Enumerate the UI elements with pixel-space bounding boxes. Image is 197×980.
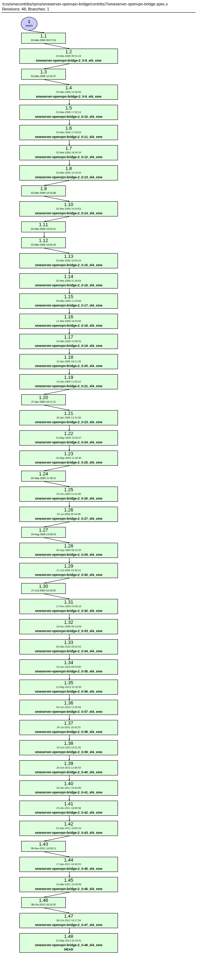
revision-tag: smeserver-openvpn-bridge-2_0-16_el4_sme xyxy=(21,283,117,287)
revision-tag: smeserver-openvpn-bridge-2_0-20_el4_sme xyxy=(21,364,117,368)
revision-node: 1.4822-May-2013 16:34:01smeserver-openvp… xyxy=(19,933,118,953)
svg-line-2 xyxy=(44,44,69,49)
revision-node: 1.2921-Oct-2009 19:26:41smeserver-openvp… xyxy=(19,563,118,578)
revision-number: 1.9 xyxy=(23,186,65,191)
revision-number: 1.7 xyxy=(21,146,117,151)
revision-date: 22-Jul-2009 09:44:08 xyxy=(21,512,117,517)
revision-tag: smeserver-openvpn-bridge-2_0-48_el4_sme xyxy=(21,943,117,947)
revision-date: 26-Oct-2010 12:06:59 xyxy=(21,766,117,770)
revision-date: 03-Mar-2009 09:51:24 xyxy=(21,54,117,58)
revision-tag: smeserver-openvpn-bridge-2_0-13_el4_sme xyxy=(21,175,117,179)
revision-node: 1.2525-Jun-2009 12:41:08smeserver-openvp… xyxy=(19,487,118,502)
revision-number: 1.22 xyxy=(21,431,117,436)
svg-line-18 xyxy=(44,196,69,201)
revision-tag: smeserver-openvpn-bridge-2_0-11_el4_sme xyxy=(21,135,117,139)
revision-date: 28-Apr-2009 12:41:08 xyxy=(21,416,117,420)
revision-node: 1.903-Mar-2009 19:34:08 xyxy=(21,186,66,196)
svg-line-60 xyxy=(44,594,69,599)
branch-main: 1 MAIN xyxy=(21,17,37,30)
revision-node: 1.2426-May-2009 11:48:21 xyxy=(21,471,66,482)
revision-number: 1.17 xyxy=(21,335,117,339)
revision-number: 1.16 xyxy=(21,315,117,319)
revision-node: 1.1611-Mar-2009 18:25:05smeserver-openvp… xyxy=(19,314,118,329)
revision-tag: smeserver-openvpn-bridge-2_0-34_el4_sme xyxy=(21,649,117,653)
revision-date: 03-Mar-2009 17:39:04 xyxy=(21,130,117,135)
revision-node: 1.2829-Sep-2009 08:16:35smeserver-openvp… xyxy=(19,543,118,558)
revision-node: 1.503-Mar-2009 17:02:16smeserver-openvpn… xyxy=(19,105,118,120)
revision-node: 1.2326-May-2009 11:45:06smeserver-openvp… xyxy=(19,450,118,466)
revision-node: 1.1914-Apr-2009 11:03:42smeserver-openvp… xyxy=(19,374,118,389)
revision-date: 08-Oct-2012 18:17:54 xyxy=(21,918,117,923)
revision-date: 27-Oct-2009 18:43:52 xyxy=(23,589,65,593)
revision-tag: smeserver-openvpn-bridge-2_0-15_el4_sme xyxy=(21,263,117,267)
revision-tag: smeserver-openvpn-bridge-2_0-24_el4_sme xyxy=(21,440,117,444)
revision-date: 16-Mar-2009 14:58:53 xyxy=(21,339,117,344)
revision-node: 1.2027-Apr-2009 18:11:21 xyxy=(21,395,66,405)
revision-number: 1.38 xyxy=(21,741,117,746)
revision-number: 1.4 xyxy=(21,86,117,90)
revision-node: 1.603-Mar-2009 17:39:04smeserver-openvpn… xyxy=(19,125,118,140)
revision-node: 1.4427-Apr-2011 18:40:33smeserver-openvp… xyxy=(19,857,118,872)
revision-date: 12-Apr-2009 18:11:35 xyxy=(21,360,117,364)
svg-line-40 xyxy=(44,405,69,410)
revision-date: 25-Jan-2011 18:06:38 xyxy=(21,806,117,810)
revision-tag: smeserver-openvpn-bridge-2_0-32_el4_sme xyxy=(21,609,117,613)
revision-node: 1.4708-Oct-2012 18:17:54smeserver-openvp… xyxy=(19,913,118,928)
revision-node: 1.2128-Apr-2009 12:41:08smeserver-openvp… xyxy=(19,410,118,425)
revision-number: 1.36 xyxy=(21,701,117,705)
file-path: /cvs/smecontribs/rpms/smeserver-openvpn-… xyxy=(2,2,195,6)
svg-line-46 xyxy=(44,466,69,471)
revision-node: 1.4306-Nov-2011 16:28:11 xyxy=(21,841,66,852)
revision-date: 03-Mar-2009 17:02:16 xyxy=(21,110,117,115)
revision-node: 1.403-Mar-2009 12:36:59smeserver-openvpn… xyxy=(19,84,118,100)
revision-number: 1.11 xyxy=(23,223,65,227)
revision-node: 1.203-Mar-2009 09:51:24smeserver-openvpn… xyxy=(19,49,118,64)
stats-line: Revisions: 48, Branches: 1 xyxy=(2,6,195,11)
revision-number: 1.28 xyxy=(21,544,117,548)
revision-date: 12-May-2010 19:33:03 xyxy=(21,685,117,689)
revision-date: 24-May-2009 13:03:27 xyxy=(21,436,117,440)
revision-date: 25-Jun-2009 12:41:08 xyxy=(21,492,117,496)
revision-node: 1.2724-Aug-2009 19:58:23 xyxy=(21,527,66,538)
revision-number: 1.42 xyxy=(21,822,117,826)
revision-date: 03-Mar-2009 12:34:37 xyxy=(23,74,65,78)
revision-tag: smeserver-openvpn-bridge-2_0-43_el4_sme xyxy=(21,830,117,835)
revision-tag: smeserver-openvpn-bridge-2_0-30_el4_sme xyxy=(21,573,117,577)
revision-number: 1.3 xyxy=(23,70,65,74)
revision-tag: smeserver-openvpn-bridge-2_0-18_el4_sme xyxy=(21,323,117,328)
revision-node: 1.1403-Mar-2009 21:36:59smeserver-openvp… xyxy=(19,274,118,288)
branch-label: MAIN xyxy=(25,24,33,28)
revision-date: 02-Jun-2010 11:56:59 xyxy=(21,705,117,710)
revision-number: 1.33 xyxy=(21,640,117,645)
revision-node: 1.2622-Jul-2009 09:44:08smeserver-openvp… xyxy=(19,507,118,522)
revision-node: 1.103-Mar-2009 09:27:16 xyxy=(21,33,66,44)
revision-node: 1.3926-Oct-2010 12:06:59smeserver-openvp… xyxy=(19,760,118,775)
revision-tag: smeserver-openvpn-bridge-2_0-9_el4_sme xyxy=(21,94,117,99)
revision-date: 26-May-2009 11:48:21 xyxy=(23,476,65,480)
revision-date: 03-Mar-2009 19:59:24 xyxy=(21,259,117,263)
revision-number: 1.5 xyxy=(21,106,117,110)
revision-number: 1.41 xyxy=(21,802,117,806)
revision-date: 19-Oct-2010 19:51:26 xyxy=(21,746,117,750)
revision-date: 03-Mar-2009 18:59:39 xyxy=(21,151,117,155)
revision-node: 1.803-Mar-2009 19:18:35smeserver-openvpn… xyxy=(19,165,118,180)
revision-date: 01-Mar-2011 19:02:24 xyxy=(21,826,117,830)
revision-number: 1.14 xyxy=(21,274,117,279)
revision-date: 27-Apr-2011 18:40:33 xyxy=(21,862,117,867)
svg-line-6 xyxy=(44,80,69,84)
revision-date: 14-Apr-2009 11:03:42 xyxy=(21,380,117,384)
revision-date: 25-Jan-2011 19:44:09 xyxy=(21,786,117,790)
revision-node: 1.4025-Jan-2011 19:44:09smeserver-openvp… xyxy=(19,781,118,795)
revision-tag: smeserver-openvpn-bridge-2_0-27_el4_sme xyxy=(21,517,117,521)
revision-number: 1.27 xyxy=(23,528,65,532)
revision-tag: smeserver-openvpn-bridge-2_0-17_el4_sme xyxy=(21,303,117,307)
revision-node: 1.4608-Oct-2012 18:16:35 xyxy=(21,897,66,908)
revision-node: 1.3729-Jul-2010 18:43:25smeserver-openvp… xyxy=(19,720,118,735)
revision-tag: smeserver-openvpn-bridge-2_0-36_el4_sme xyxy=(21,689,117,694)
revision-date: 24-Mar-2012 16:38:58 xyxy=(21,882,117,887)
revision-node: 1.3218-Nov-2009 09:13:58smeserver-openvp… xyxy=(19,619,118,634)
revision-date: 27-Apr-2009 18:11:21 xyxy=(23,400,65,404)
revision-number: 1.40 xyxy=(21,781,117,786)
revision-date: 03-Mar-2009 19:18:35 xyxy=(21,171,117,175)
revision-date: 03-Mar-2009 19:52:41 xyxy=(23,227,65,231)
